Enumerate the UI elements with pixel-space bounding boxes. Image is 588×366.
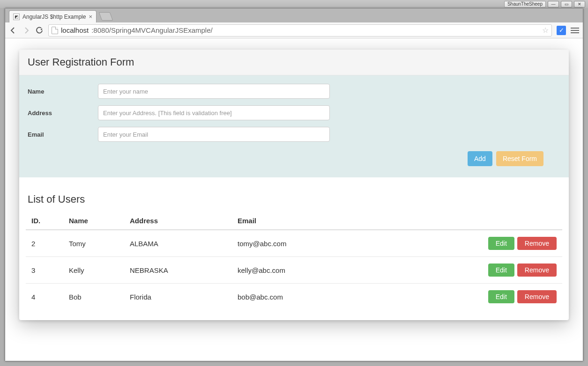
table-row: 3KellyNEBRASKAkelly@abc.comEditRemove [26,257,562,284]
new-tab-button[interactable] [99,12,113,21]
users-table: ID. Name Address Email 2TomyALBAMAtomy@a… [26,212,562,310]
col-name: Name [63,212,124,230]
cell-address: NEBRASKA [124,257,232,284]
col-address: Address [124,212,232,230]
list-panel: List of Users ID. Name Address Email [19,187,569,320]
email-input[interactable] [98,127,330,142]
cell-name: Tomy [63,230,124,257]
edit-button[interactable]: Edit [488,290,514,303]
tab-active[interactable]: ◩ AngularJS $http Example × [9,10,97,22]
email-label: Email [28,131,98,138]
reload-icon[interactable] [35,26,44,35]
name-label: Name [28,88,98,95]
cell-email: kelly@abc.com [232,257,469,284]
edit-button[interactable]: Edit [488,237,514,250]
cell-id: 2 [26,230,63,257]
remove-button[interactable]: Remove [517,290,557,303]
os-titlebar: ShaunTheSheep — ▭ ✕ [0,0,588,8]
back-icon[interactable] [9,26,17,35]
tab-close-icon[interactable]: × [89,13,92,20]
remove-button[interactable]: Remove [517,264,557,277]
cell-email: bob@abc.com [232,284,469,310]
cell-id: 3 [26,257,63,284]
address-input[interactable] [98,105,330,120]
cell-name: Bob [63,284,124,310]
os-close-button[interactable]: ✕ [574,1,585,7]
hamburger-menu-icon[interactable] [571,28,579,33]
main-card: User Registration Form Name Address Emai… [19,50,569,320]
tab-title: AngularJS $http Example [22,14,86,20]
address-bar[interactable]: localhost:8080/Spring4MVCAngularJSExampl… [48,24,552,37]
url-path: :8080/Spring4MVCAngularJSExample/ [91,26,212,34]
bookmark-star-icon[interactable]: ☆ [542,26,549,35]
address-label: Address [28,110,98,117]
remove-button[interactable]: Remove [517,237,557,250]
url-host: localhost [61,26,89,34]
col-email: Email [232,212,469,230]
col-id: ID. [26,212,63,230]
forward-icon[interactable] [22,26,30,35]
page-viewport: User Registration Form Name Address Emai… [5,38,583,361]
extension-icon[interactable]: ✓ [557,26,566,35]
cell-address: Florida [124,284,232,310]
minimize-button[interactable]: — [548,1,559,7]
favicon-icon: ◩ [13,14,20,20]
cell-name: Kelly [63,257,124,284]
list-heading: List of Users [19,187,569,212]
add-button[interactable]: Add [468,151,492,166]
form-body: Name Address Email Add Reset Form [19,75,569,177]
os-app-tag: ShaunTheSheep [504,1,546,7]
cell-address: ALBAMA [124,230,232,257]
table-row: 2TomyALBAMAtomy@abc.comEditRemove [26,230,562,257]
cell-id: 4 [26,284,63,310]
maximize-button[interactable]: ▭ [561,1,572,7]
browser-window: ◩ AngularJS $http Example × localhost:80… [5,8,583,361]
browser-toolbar: localhost:8080/Spring4MVCAngularJSExampl… [5,22,583,38]
name-input[interactable] [98,84,330,99]
page-icon [52,27,58,34]
table-row: 4BobFloridabob@abc.comEditRemove [26,284,562,310]
tab-strip: ◩ AngularJS $http Example × [5,8,583,22]
edit-button[interactable]: Edit [488,264,514,277]
reset-form-button[interactable]: Reset Form [496,151,543,166]
form-heading: User Registration Form [19,50,569,75]
cell-email: tomy@abc.com [232,230,469,257]
